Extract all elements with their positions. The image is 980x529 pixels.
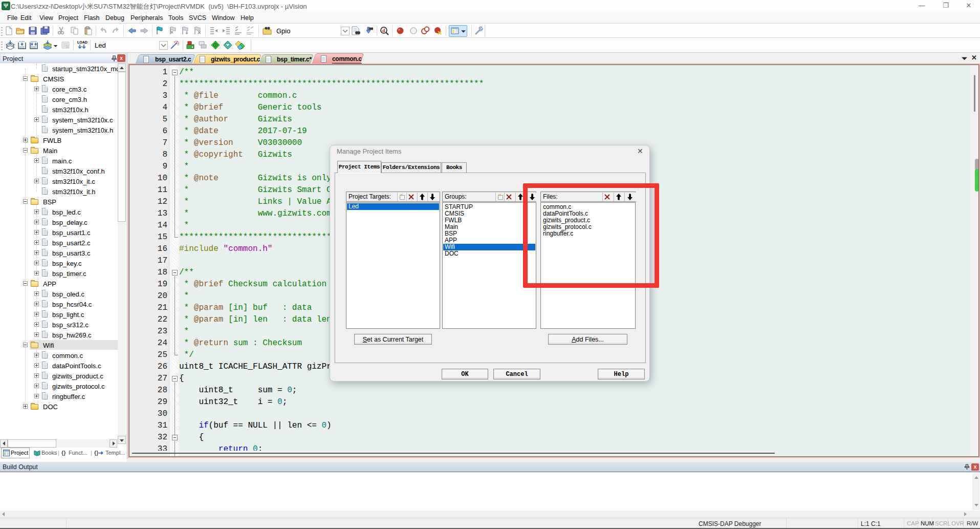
svg-text:d: d — [382, 28, 385, 33]
svg-text:LOAD: LOAD — [77, 40, 88, 44]
